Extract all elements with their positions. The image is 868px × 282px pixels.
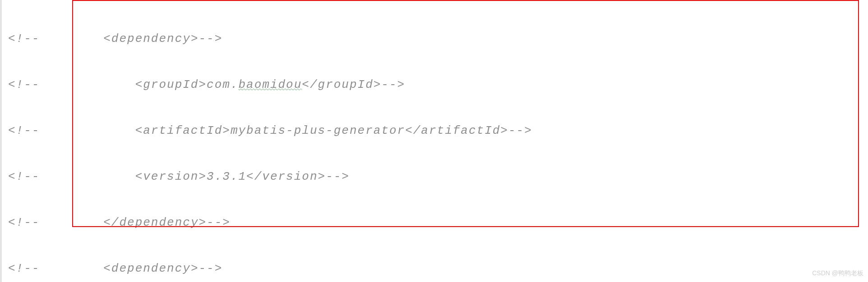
editor-gutter	[0, 0, 2, 282]
code-line: <!-- <artifactId>mybatis-plus-generator<…	[8, 119, 868, 142]
code-editor: <!-- <dependency>--> <!-- <groupId>com.b…	[0, 0, 868, 282]
code-line: <!-- <dependency>-->	[8, 257, 868, 280]
code-line: <!-- </dependency>-->	[8, 211, 868, 234]
code-line: <!-- <groupId>com.baomidou</groupId>-->	[8, 73, 868, 96]
watermark: CSDN @鸭鸭老板	[812, 269, 863, 277]
code-line: <!-- <version>3.3.1</version>-->	[8, 165, 868, 188]
code-line: <!-- <dependency>-->	[8, 27, 868, 50]
